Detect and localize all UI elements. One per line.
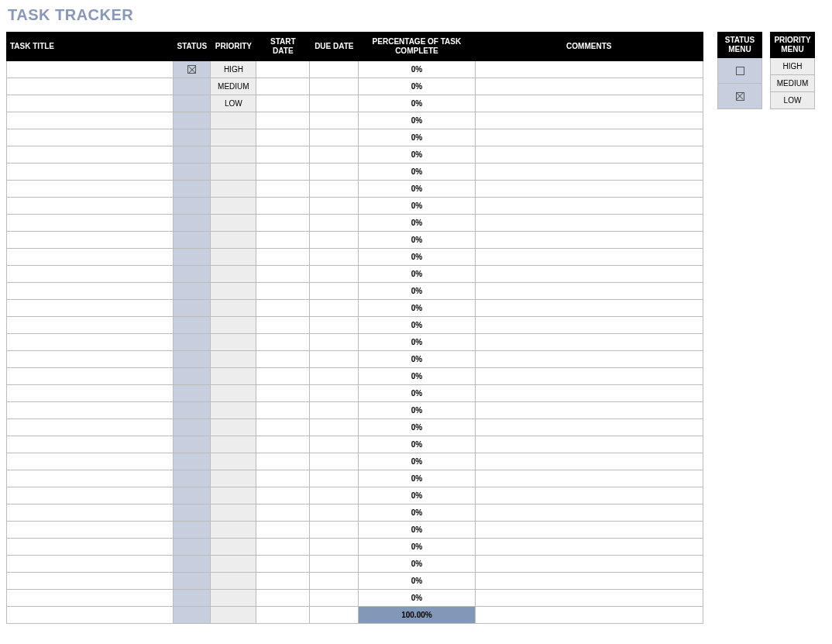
cell-status[interactable] — [174, 249, 211, 266]
cell-task-title[interactable] — [7, 198, 174, 215]
cell-priority[interactable] — [211, 402, 256, 419]
cell-due-date[interactable] — [310, 402, 359, 419]
cell-task-title[interactable] — [7, 590, 174, 607]
cell-due-date[interactable] — [310, 351, 359, 368]
cell-start-date[interactable] — [256, 505, 310, 522]
cell-due-date[interactable] — [310, 198, 359, 215]
cell-start-date[interactable] — [256, 453, 310, 470]
cell-priority[interactable] — [211, 385, 256, 402]
cell-comments[interactable] — [475, 300, 703, 317]
cell-comments[interactable] — [475, 470, 703, 487]
cell-task-title[interactable] — [7, 505, 174, 522]
cell-comments[interactable] — [475, 419, 703, 436]
cell-percent[interactable]: 0% — [359, 436, 475, 453]
cell-task-title[interactable] — [7, 215, 174, 232]
cell-task-title[interactable] — [7, 61, 174, 78]
cell-status[interactable] — [174, 317, 211, 334]
cell-percent[interactable]: 0% — [359, 590, 475, 607]
cell-priority[interactable] — [211, 146, 256, 164]
cell-status[interactable] — [174, 129, 211, 146]
footer-cell-comments[interactable] — [475, 607, 703, 624]
priority-menu-item[interactable]: HIGH — [771, 58, 815, 75]
footer-cell-title[interactable] — [7, 607, 174, 624]
cell-start-date[interactable] — [256, 181, 310, 198]
cell-percent[interactable]: 0% — [359, 522, 475, 539]
cell-comments[interactable] — [475, 112, 703, 129]
cell-task-title[interactable] — [7, 146, 174, 164]
cell-status[interactable] — [174, 522, 211, 539]
cell-comments[interactable] — [475, 590, 703, 607]
cell-percent[interactable]: 0% — [359, 95, 475, 112]
cell-due-date[interactable] — [310, 368, 359, 385]
cell-task-title[interactable] — [7, 164, 174, 181]
cell-priority[interactable] — [211, 334, 256, 351]
cell-due-date[interactable] — [310, 419, 359, 436]
cell-due-date[interactable] — [310, 95, 359, 112]
cell-due-date[interactable] — [310, 249, 359, 266]
footer-cell-start[interactable] — [256, 607, 310, 624]
priority-menu-item[interactable]: LOW — [771, 92, 815, 109]
cell-start-date[interactable] — [256, 300, 310, 317]
cell-percent[interactable]: 0% — [359, 573, 475, 590]
cell-priority[interactable] — [211, 351, 256, 368]
cell-priority[interactable] — [211, 436, 256, 453]
cell-percent[interactable]: 0% — [359, 402, 475, 419]
cell-comments[interactable] — [475, 95, 703, 112]
cell-start-date[interactable] — [256, 539, 310, 556]
cell-percent[interactable]: 0% — [359, 385, 475, 402]
cell-priority[interactable] — [211, 368, 256, 385]
cell-priority[interactable] — [211, 317, 256, 334]
cell-percent[interactable]: 0% — [359, 351, 475, 368]
cell-priority[interactable] — [211, 198, 256, 215]
cell-due-date[interactable] — [310, 61, 359, 78]
cell-task-title[interactable] — [7, 78, 174, 95]
cell-task-title[interactable] — [7, 539, 174, 556]
cell-status[interactable] — [174, 266, 211, 283]
cell-status[interactable] — [174, 146, 211, 164]
cell-comments[interactable] — [475, 368, 703, 385]
cell-start-date[interactable] — [256, 232, 310, 249]
cell-status[interactable] — [174, 198, 211, 215]
cell-task-title[interactable] — [7, 249, 174, 266]
cell-comments[interactable] — [475, 539, 703, 556]
cell-start-date[interactable] — [256, 573, 310, 590]
cell-due-date[interactable] — [310, 78, 359, 95]
cell-status[interactable] — [174, 300, 211, 317]
cell-comments[interactable] — [475, 505, 703, 522]
cell-comments[interactable] — [475, 266, 703, 283]
cell-status[interactable] — [174, 232, 211, 249]
cell-comments[interactable] — [475, 198, 703, 215]
cell-percent[interactable]: 0% — [359, 112, 475, 129]
cell-priority[interactable]: LOW — [211, 95, 256, 112]
cell-percent[interactable]: 0% — [359, 78, 475, 95]
cell-task-title[interactable] — [7, 351, 174, 368]
cell-due-date[interactable] — [310, 539, 359, 556]
cell-task-title[interactable] — [7, 522, 174, 539]
cell-priority[interactable] — [211, 590, 256, 607]
cell-priority[interactable] — [211, 283, 256, 300]
cell-due-date[interactable] — [310, 556, 359, 573]
cell-task-title[interactable] — [7, 556, 174, 573]
cell-percent[interactable]: 0% — [359, 198, 475, 215]
cell-status[interactable] — [174, 351, 211, 368]
cell-start-date[interactable] — [256, 487, 310, 505]
footer-cell-status[interactable] — [174, 607, 211, 624]
cell-due-date[interactable] — [310, 470, 359, 487]
cell-percent[interactable]: 0% — [359, 334, 475, 351]
cell-percent[interactable]: 0% — [359, 368, 475, 385]
cell-due-date[interactable] — [310, 334, 359, 351]
cell-due-date[interactable] — [310, 453, 359, 470]
cell-status[interactable] — [174, 590, 211, 607]
cell-priority[interactable] — [211, 573, 256, 590]
cell-status[interactable] — [174, 470, 211, 487]
cell-percent[interactable]: 0% — [359, 283, 475, 300]
cell-status[interactable] — [174, 436, 211, 453]
cell-start-date[interactable] — [256, 385, 310, 402]
cell-priority[interactable] — [211, 522, 256, 539]
cell-start-date[interactable] — [256, 266, 310, 283]
cell-status[interactable] — [174, 95, 211, 112]
cell-task-title[interactable] — [7, 317, 174, 334]
cell-task-title[interactable] — [7, 129, 174, 146]
cell-priority[interactable] — [211, 453, 256, 470]
cell-status[interactable] — [174, 215, 211, 232]
